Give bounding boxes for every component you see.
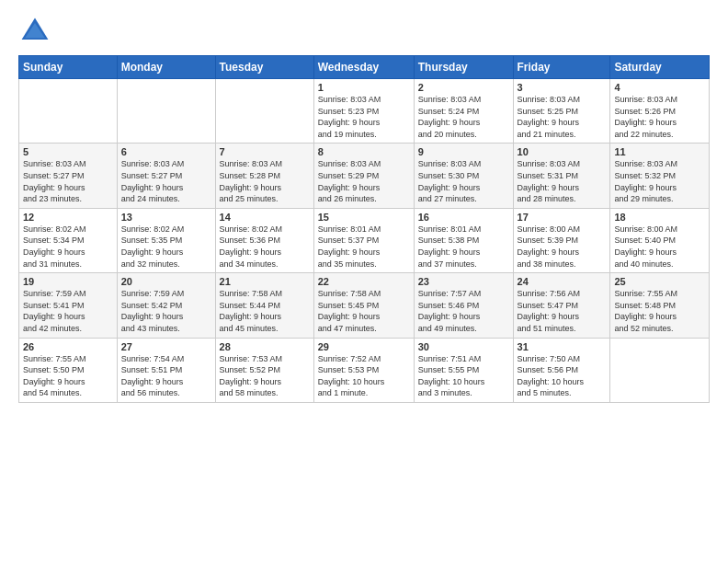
calendar-cell: 13Sunrise: 8:02 AM Sunset: 5:35 PM Dayli… [117,208,215,272]
calendar-cell: 20Sunrise: 7:59 AM Sunset: 5:42 PM Dayli… [117,273,215,338]
calendar-cell: 19Sunrise: 7:59 AM Sunset: 5:41 PM Dayli… [19,273,118,338]
calendar-week-4: 19Sunrise: 7:59 AM Sunset: 5:41 PM Dayli… [19,273,710,338]
day-number: 16 [418,212,509,223]
calendar-cell: 25Sunrise: 7:55 AM Sunset: 5:48 PM Dayli… [610,273,710,338]
day-info: Sunrise: 8:03 AM Sunset: 5:28 PM Dayligh… [220,158,310,204]
calendar-cell: 3Sunrise: 8:03 AM Sunset: 5:25 PM Daylig… [513,79,610,144]
day-info: Sunrise: 7:55 AM Sunset: 5:48 PM Dayligh… [614,288,705,334]
day-info: Sunrise: 8:03 AM Sunset: 5:31 PM Dayligh… [518,158,607,204]
calendar-cell: 29Sunrise: 7:52 AM Sunset: 5:53 PM Dayli… [313,338,414,402]
day-number: 28 [220,341,310,352]
day-info: Sunrise: 8:03 AM Sunset: 5:30 PM Dayligh… [418,158,509,204]
calendar-cell: 23Sunrise: 7:57 AM Sunset: 5:46 PM Dayli… [414,273,513,338]
header-monday: Monday [117,56,215,79]
day-info: Sunrise: 8:03 AM Sunset: 5:27 PM Dayligh… [23,158,113,204]
calendar-table: Sunday Monday Tuesday Wednesday Thursday… [18,55,710,403]
day-info: Sunrise: 8:02 AM Sunset: 5:36 PM Dayligh… [220,224,310,270]
page-header [18,15,710,48]
calendar-cell: 4Sunrise: 8:03 AM Sunset: 5:26 PM Daylig… [610,79,710,144]
calendar-week-3: 12Sunrise: 8:02 AM Sunset: 5:34 PM Dayli… [19,208,710,272]
day-number: 6 [121,146,211,157]
calendar-cell: 9Sunrise: 8:03 AM Sunset: 5:30 PM Daylig… [414,144,513,208]
day-number: 3 [518,82,607,93]
calendar-cell: 16Sunrise: 8:01 AM Sunset: 5:38 PM Dayli… [414,208,513,272]
calendar-cell [19,79,118,144]
header-friday: Friday [513,56,610,79]
calendar-week-2: 5Sunrise: 8:03 AM Sunset: 5:27 PM Daylig… [19,144,710,208]
day-number: 1 [318,82,410,93]
day-number: 4 [614,82,705,93]
calendar-cell: 17Sunrise: 8:00 AM Sunset: 5:39 PM Dayli… [513,208,610,272]
calendar-cell: 8Sunrise: 8:03 AM Sunset: 5:29 PM Daylig… [313,144,414,208]
calendar-cell: 24Sunrise: 7:56 AM Sunset: 5:47 PM Dayli… [513,273,610,338]
day-info: Sunrise: 8:03 AM Sunset: 5:24 PM Dayligh… [418,94,509,140]
day-number: 23 [418,276,509,287]
day-info: Sunrise: 7:58 AM Sunset: 5:44 PM Dayligh… [220,288,310,334]
header-tuesday: Tuesday [215,56,313,79]
day-number: 19 [23,276,113,287]
day-info: Sunrise: 7:52 AM Sunset: 5:53 PM Dayligh… [318,353,410,399]
day-info: Sunrise: 7:53 AM Sunset: 5:52 PM Dayligh… [220,353,310,399]
day-number: 29 [318,341,410,352]
day-number: 5 [23,146,113,157]
calendar-cell: 30Sunrise: 7:51 AM Sunset: 5:55 PM Dayli… [414,338,513,402]
day-number: 26 [23,341,113,352]
day-info: Sunrise: 8:03 AM Sunset: 5:29 PM Dayligh… [318,158,410,204]
calendar-cell: 14Sunrise: 8:02 AM Sunset: 5:36 PM Dayli… [215,208,313,272]
day-number: 24 [518,276,607,287]
calendar-page: Sunday Monday Tuesday Wednesday Thursday… [0,0,728,563]
day-info: Sunrise: 8:00 AM Sunset: 5:39 PM Dayligh… [518,224,607,270]
calendar-cell [610,338,710,402]
calendar-cell: 28Sunrise: 7:53 AM Sunset: 5:52 PM Dayli… [215,338,313,402]
day-info: Sunrise: 7:51 AM Sunset: 5:55 PM Dayligh… [418,353,509,399]
day-info: Sunrise: 7:54 AM Sunset: 5:51 PM Dayligh… [121,353,211,399]
day-number: 18 [614,212,705,223]
day-info: Sunrise: 7:55 AM Sunset: 5:50 PM Dayligh… [23,353,113,399]
day-number: 10 [518,146,607,157]
day-number: 8 [318,146,410,157]
day-number: 21 [220,276,310,287]
day-info: Sunrise: 8:03 AM Sunset: 5:25 PM Dayligh… [518,94,607,140]
weekday-header-row: Sunday Monday Tuesday Wednesday Thursday… [19,56,710,79]
calendar-cell: 26Sunrise: 7:55 AM Sunset: 5:50 PM Dayli… [19,338,118,402]
calendar-cell: 5Sunrise: 8:03 AM Sunset: 5:27 PM Daylig… [19,144,118,208]
calendar-cell: 21Sunrise: 7:58 AM Sunset: 5:44 PM Dayli… [215,273,313,338]
day-info: Sunrise: 7:57 AM Sunset: 5:46 PM Dayligh… [418,288,509,334]
day-info: Sunrise: 7:56 AM Sunset: 5:47 PM Dayligh… [518,288,607,334]
day-info: Sunrise: 7:58 AM Sunset: 5:45 PM Dayligh… [318,288,410,334]
day-number: 14 [220,212,310,223]
calendar-week-1: 1Sunrise: 8:03 AM Sunset: 5:23 PM Daylig… [19,79,710,144]
calendar-cell: 10Sunrise: 8:03 AM Sunset: 5:31 PM Dayli… [513,144,610,208]
day-info: Sunrise: 8:01 AM Sunset: 5:37 PM Dayligh… [318,224,410,270]
day-number: 30 [418,341,509,352]
logo-icon [18,15,51,48]
day-number: 9 [418,146,509,157]
day-number: 13 [121,212,211,223]
day-info: Sunrise: 7:59 AM Sunset: 5:41 PM Dayligh… [23,288,113,334]
calendar-week-5: 26Sunrise: 7:55 AM Sunset: 5:50 PM Dayli… [19,338,710,402]
calendar-cell [215,79,313,144]
calendar-cell [117,79,215,144]
header-thursday: Thursday [414,56,513,79]
calendar-cell: 6Sunrise: 8:03 AM Sunset: 5:27 PM Daylig… [117,144,215,208]
day-number: 7 [220,146,310,157]
day-number: 31 [518,341,607,352]
header-sunday: Sunday [19,56,118,79]
calendar-cell: 15Sunrise: 8:01 AM Sunset: 5:37 PM Dayli… [313,208,414,272]
day-number: 27 [121,341,211,352]
calendar-cell: 7Sunrise: 8:03 AM Sunset: 5:28 PM Daylig… [215,144,313,208]
calendar-cell: 18Sunrise: 8:00 AM Sunset: 5:40 PM Dayli… [610,208,710,272]
day-info: Sunrise: 8:02 AM Sunset: 5:34 PM Dayligh… [23,224,113,270]
day-info: Sunrise: 8:03 AM Sunset: 5:23 PM Dayligh… [318,94,410,140]
calendar-cell: 1Sunrise: 8:03 AM Sunset: 5:23 PM Daylig… [313,79,414,144]
day-info: Sunrise: 8:00 AM Sunset: 5:40 PM Dayligh… [614,224,705,270]
calendar-cell: 11Sunrise: 8:03 AM Sunset: 5:32 PM Dayli… [610,144,710,208]
day-number: 22 [318,276,410,287]
day-number: 25 [614,276,705,287]
calendar-cell: 22Sunrise: 7:58 AM Sunset: 5:45 PM Dayli… [313,273,414,338]
header-wednesday: Wednesday [313,56,414,79]
day-number: 2 [418,82,509,93]
day-info: Sunrise: 7:59 AM Sunset: 5:42 PM Dayligh… [121,288,211,334]
day-info: Sunrise: 8:03 AM Sunset: 5:26 PM Dayligh… [614,94,705,140]
day-info: Sunrise: 8:01 AM Sunset: 5:38 PM Dayligh… [418,224,509,270]
